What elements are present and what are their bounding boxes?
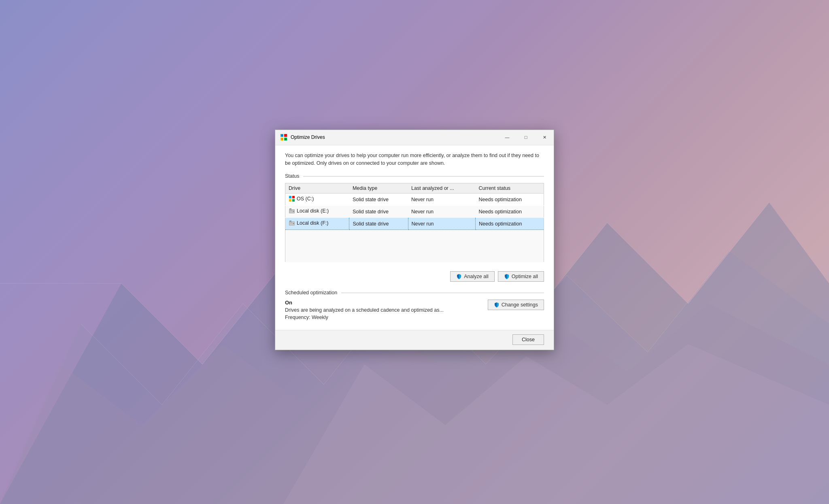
drive-cell: OS (C:): [285, 194, 349, 206]
scheduled-section-header: Scheduled optimization: [285, 290, 544, 296]
close-window-button[interactable]: ✕: [535, 130, 554, 145]
optimize-all-button[interactable]: Optimize all: [498, 271, 544, 282]
dialog-title: Optimize Drives: [291, 134, 498, 140]
svg-rect-30: [292, 196, 295, 198]
change-settings-label: Change settings: [502, 302, 538, 308]
analyze-all-button[interactable]: Analyze all: [450, 271, 494, 282]
svg-rect-36: [289, 208, 291, 209]
drive-cell: Local disk (E:): [285, 206, 349, 218]
table-row[interactable]: Local disk (F:)Solid state driveNever ru…: [285, 218, 544, 230]
svg-rect-37: [290, 211, 292, 211]
optimize-all-label: Optimize all: [512, 274, 538, 279]
status-section-title: Status: [285, 173, 299, 179]
current-status-cell: Needs optimization: [476, 218, 544, 230]
analyze-shield-icon: [456, 274, 462, 279]
drive-cell: Local disk (F:): [285, 218, 349, 230]
scheduled-section-line: [341, 293, 544, 293]
col-header-last-analyzed: Last analyzed or ...: [408, 183, 476, 194]
scheduled-header-row: On Drives are being analyzed on a schedu…: [285, 300, 544, 320]
optimize-shield-icon: [504, 274, 510, 279]
dialog-main-content: You can optimize your drives to help you…: [275, 145, 554, 290]
description-text: You can optimize your drives to help you…: [285, 152, 544, 167]
minimize-button[interactable]: —: [498, 130, 517, 145]
col-header-drive: Drive: [285, 183, 349, 194]
scheduled-status: On: [285, 300, 488, 306]
col-header-media-type: Media type: [349, 183, 408, 194]
svg-rect-27: [281, 138, 283, 140]
drive-name: OS (C:): [297, 196, 314, 202]
table-row[interactable]: OS (C:)Solid state driveNever runNeeds o…: [285, 194, 544, 206]
title-bar: Optimize Drives — □ ✕: [275, 130, 554, 145]
drive-name: Local disk (F:): [297, 220, 329, 226]
bottom-bar: Close: [275, 330, 554, 350]
current-status-cell: Needs optimization: [476, 206, 544, 218]
analyze-all-label: Analyze all: [464, 274, 488, 279]
scheduled-optimization-section: Scheduled optimization On Drives are bei…: [275, 290, 554, 330]
scheduled-frequency: Frequency: Weekly: [285, 315, 488, 320]
svg-rect-29: [289, 196, 291, 198]
maximize-button[interactable]: □: [517, 130, 535, 145]
media-type-cell: Solid state drive: [349, 218, 408, 230]
app-icon: [280, 134, 287, 141]
change-settings-shield-icon: [494, 302, 500, 308]
svg-point-35: [293, 211, 294, 212]
last-analyzed-cell: Never run: [408, 206, 476, 218]
optimize-drives-dialog: Optimize Drives — □ ✕ You can optimize y…: [275, 130, 554, 351]
svg-rect-42: [290, 223, 292, 223]
scheduled-description: Drives are being analyzed on a scheduled…: [285, 307, 488, 313]
svg-rect-28: [285, 138, 287, 140]
last-analyzed-cell: Never run: [408, 218, 476, 230]
title-bar-controls: — □ ✕: [498, 130, 554, 145]
svg-point-40: [293, 223, 294, 224]
last-analyzed-cell: Never run: [408, 194, 476, 206]
svg-rect-26: [285, 135, 287, 136]
status-section-header: Status: [285, 173, 544, 179]
drive-name: Local disk (E:): [297, 208, 329, 214]
col-header-current-status: Current status: [476, 183, 544, 194]
action-buttons-row: Analyze all Optimize all: [285, 267, 544, 283]
svg-rect-25: [281, 135, 283, 136]
current-status-cell: Needs optimization: [476, 194, 544, 206]
media-type-cell: Solid state drive: [349, 206, 408, 218]
media-type-cell: Solid state drive: [349, 194, 408, 206]
table-row[interactable]: Local disk (E:)Solid state driveNever ru…: [285, 206, 544, 218]
scheduled-section-title: Scheduled optimization: [285, 290, 337, 296]
svg-rect-31: [289, 199, 291, 202]
status-section-line: [303, 176, 544, 177]
change-settings-button[interactable]: Change settings: [488, 300, 544, 310]
dialog-wrapper: Optimize Drives — □ ✕ You can optimize y…: [275, 130, 554, 351]
scheduled-info: On Drives are being analyzed on a schedu…: [285, 300, 488, 320]
close-dialog-button[interactable]: Close: [512, 334, 544, 345]
table-empty-space: [285, 230, 544, 262]
svg-rect-41: [289, 221, 291, 221]
svg-rect-32: [292, 199, 295, 202]
drive-table: Drive Media type Last analyzed or ... Cu…: [285, 183, 544, 262]
